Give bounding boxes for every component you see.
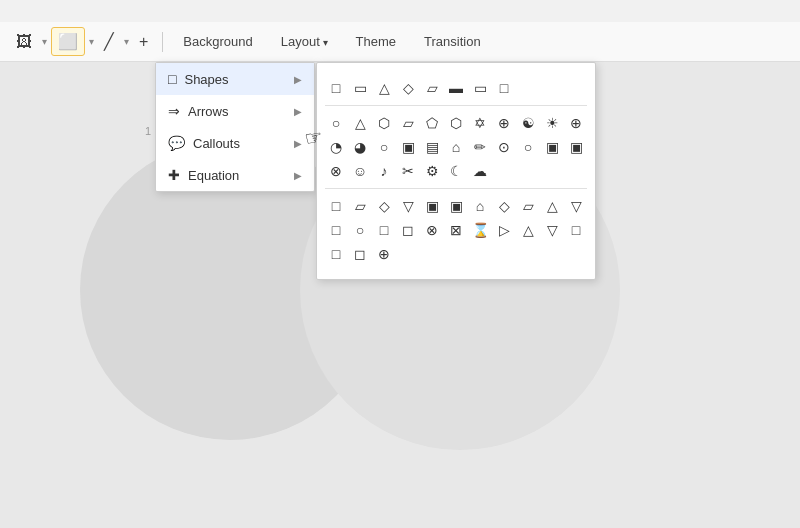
shape-plus[interactable]: ⊕ [373,243,395,265]
shape-tri2[interactable]: △ [349,112,371,134]
shape-fold[interactable]: ▤ [421,136,443,158]
shape-circle[interactable]: ○ [325,112,347,134]
shape-prep[interactable]: ◇ [493,195,515,217]
callouts-label: Callouts [193,136,240,151]
shape-cloud[interactable]: ☁ [469,160,491,182]
menu-item-shapes[interactable]: □ Shapes ▶ [156,63,314,95]
shape-no[interactable]: ⊗ [325,160,347,182]
shape-oct[interactable]: ⬡ [445,112,467,134]
shape-submenu: □ ▭ △ ◇ ▱ ▬ ▭ □ ○ △ ⬡ ▱ ⬠ ⬡ ✡ ⊕ ☯ ☀ ⊕ ◔ … [316,62,596,280]
shape-sq7[interactable]: ◻ [349,243,371,265]
shape-arc[interactable]: ◕ [349,136,371,158]
shape-x[interactable]: ⊗ [421,219,443,241]
equation-icon: ✚ [168,167,180,183]
shape-triangle[interactable]: △ [373,77,395,99]
shapes-dropdown: □ Shapes ▶ ⇒ Arrows ▶ 💬 Callouts ▶ ✚ Equ… [155,62,315,192]
shape-star6[interactable]: ✡ [469,112,491,134]
shape-tri4[interactable]: ▽ [565,195,587,217]
shape-moon[interactable]: ☾ [445,160,467,182]
arrows-icon: ⇒ [168,103,180,119]
shape-yin[interactable]: ☯ [517,112,539,134]
shape-para2[interactable]: ▱ [397,112,419,134]
shape-pent[interactable]: ⬠ [421,112,443,134]
image-button[interactable]: 🖼 [10,29,38,55]
shape-parallelogram[interactable]: ▱ [421,77,443,99]
shape-rect2[interactable]: ▬ [445,77,467,99]
arrows-label: Arrows [188,104,228,119]
shape-tri3[interactable]: △ [541,195,563,217]
shape-square[interactable]: □ [325,77,347,99]
shape-tape[interactable]: ⌂ [445,136,467,158]
slide-number: 1 [145,125,151,137]
shape-chord[interactable]: ○ [373,136,395,158]
arrows-arrow-icon: ▶ [294,106,302,117]
shape-scissors[interactable]: ✂ [397,160,419,182]
shape-smiley[interactable]: ☺ [349,160,371,182]
shape-rounded-rect[interactable]: ▭ [349,77,371,99]
equation-arrow-icon: ▶ [294,170,302,181]
shape-pie[interactable]: ◔ [325,136,347,158]
background-button[interactable]: Background [171,29,264,54]
shape-or[interactable]: □ [565,219,587,241]
shape-hex[interactable]: ⬡ [373,112,395,134]
shape-trap[interactable]: ▽ [397,195,419,217]
shape-term[interactable]: ⌂ [469,195,491,217]
menu-bar [0,0,800,22]
shape-note[interactable]: ♪ [373,160,395,182]
layout-button[interactable]: Layout [269,29,340,54]
shape-ring[interactable]: ⊙ [493,136,515,158]
shape-rect4[interactable]: □ [493,77,515,99]
shape-hourglass[interactable]: ⌛ [469,219,491,241]
shape-para3[interactable]: ▱ [517,195,539,217]
shape-sq4[interactable]: □ [373,219,395,241]
shape-sq2[interactable]: ▣ [541,136,563,158]
shape-circ3[interactable]: ○ [349,219,371,241]
shape-circ2[interactable]: ○ [517,136,539,158]
shape-cyl[interactable]: □ [325,219,347,241]
theme-button[interactable]: Theme [344,29,408,54]
shape-box[interactable]: ▣ [397,136,419,158]
toolbar: 🖼 ▾ ⬜ ▾ ╱ ▾ + Background Layout Theme Tr… [0,22,800,62]
shape-flow[interactable]: ⊕ [565,112,587,134]
add-button[interactable]: + [133,29,154,55]
shape-tri5[interactable]: △ [517,219,539,241]
shape-proc[interactable]: □ [325,195,347,217]
shape-tri6[interactable]: ▽ [541,219,563,241]
line-button[interactable]: ╱ [98,28,120,55]
shape-sq5[interactable]: ◻ [397,219,419,241]
separator-1 [162,32,163,52]
shape-gear[interactable]: ⚙ [421,160,443,182]
shape-cross[interactable]: ⊕ [493,112,515,134]
shape-multi-doc[interactable]: ▣ [445,195,467,217]
shape-alt-proc[interactable]: ▱ [349,195,371,217]
shape-sun[interactable]: ☀ [541,112,563,134]
shape-diamond[interactable]: ◇ [397,77,419,99]
shapes-icon: □ [168,71,176,87]
shape-sumjunc[interactable]: ⊠ [445,219,467,241]
menu-item-callouts[interactable]: 💬 Callouts ▶ [156,127,314,159]
shape-button[interactable]: ⬜ [51,27,85,56]
menu-item-equation[interactable]: ✚ Equation ▶ [156,159,314,191]
shape-doc[interactable]: ▣ [421,195,443,217]
shape-section-more: ○ △ ⬡ ▱ ⬠ ⬡ ✡ ⊕ ☯ ☀ ⊕ ◔ ◕ ○ ▣ ▤ ⌂ ✏ ⊙ ○ … [325,105,587,188]
callouts-arrow-icon: ▶ [294,138,302,149]
shape-section-basic: □ ▭ △ ◇ ▱ ▬ ▭ □ [325,71,587,105]
transition-button[interactable]: Transition [412,29,493,54]
shape-pencil[interactable]: ✏ [469,136,491,158]
shape-delay[interactable]: ▷ [493,219,515,241]
shapes-label: Shapes [184,72,228,87]
menu-item-arrows[interactable]: ⇒ Arrows ▶ [156,95,314,127]
shapes-arrow-icon: ▶ [294,74,302,85]
callouts-icon: 💬 [168,135,185,151]
shape-sq3[interactable]: ▣ [565,136,587,158]
shape-sq6[interactable]: □ [325,243,347,265]
shape-diam[interactable]: ◇ [373,195,395,217]
shape-rect3[interactable]: ▭ [469,77,491,99]
shape-section-flow: □ ▱ ◇ ▽ ▣ ▣ ⌂ ◇ ▱ △ ▽ □ ○ □ ◻ ⊗ ⊠ ⌛ ▷ △ … [325,188,587,271]
equation-label: Equation [188,168,239,183]
